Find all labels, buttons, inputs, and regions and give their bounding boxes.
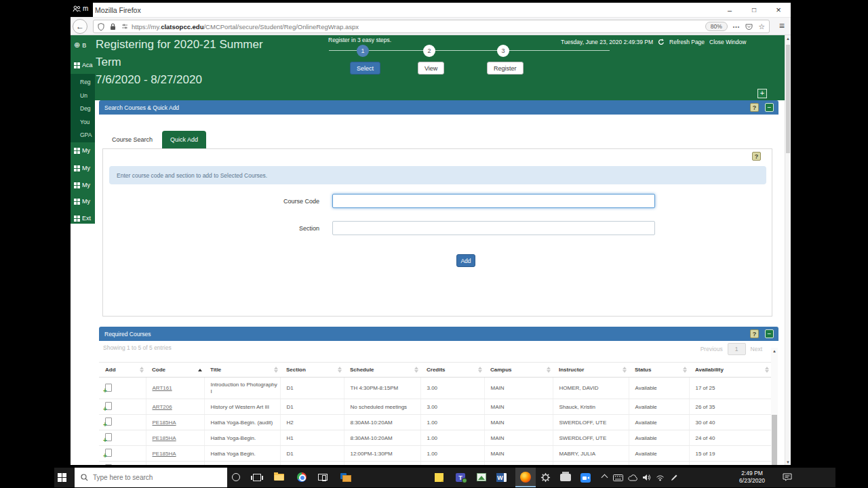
step-3-circle[interactable]: 3 [497,45,509,57]
outlook-icon[interactable] [340,473,351,482]
section-field[interactable] [332,221,655,235]
sidebar-item-ext[interactable]: Ext [74,215,91,222]
volume-icon[interactable] [642,474,651,481]
url-text[interactable]: https://my.clatsopcc.edu/CMCPortal/secur… [132,23,359,30]
menu-icon[interactable] [779,20,785,31]
sidebar-item-academics[interactable]: Aca [74,62,93,68]
taskbar-clock[interactable]: 2:49 PM 6/23/2020 [732,470,772,485]
step-2-circle[interactable]: 2 [423,45,435,57]
photo-app-icon[interactable] [477,473,486,481]
column-header-status[interactable]: Status [629,363,689,378]
collapse-icon[interactable] [765,329,774,338]
scroll-up-icon[interactable] [771,348,778,354]
help-icon[interactable] [750,103,759,112]
column-header-add[interactable]: Add [99,363,146,378]
step-view-button[interactable]: View [418,62,444,75]
search-input[interactable] [93,474,208,481]
help-icon[interactable] [750,329,759,338]
fax-app-icon[interactable] [560,474,571,481]
page-scrollbar-thumb[interactable] [786,45,790,153]
add-course-icon[interactable] [105,402,112,410]
action-center-icon[interactable] [783,473,792,481]
sidebar-item-my-1[interactable]: My [74,147,90,154]
start-button[interactable] [58,473,66,482]
sidebar-item-my-2[interactable]: My [74,165,90,171]
column-header-credits[interactable]: Credits [420,363,484,378]
sidebar-item-top[interactable]: B [74,41,86,49]
refresh-page-link[interactable]: Refresh Page [669,39,705,45]
column-header-instructor[interactable]: Instructor [553,363,629,378]
add-course-icon[interactable] [105,418,112,426]
zoom-level-badge[interactable]: 80% [705,22,728,31]
settings-gear-icon[interactable] [540,472,551,483]
sidebar-subitem-your[interactable]: You [80,119,90,125]
wifi-icon[interactable] [656,474,665,481]
table-scrollbar[interactable] [771,348,778,465]
zoom-app-icon[interactable] [580,473,591,483]
lock-icon[interactable] [110,23,116,30]
sidebar-subitem-gpa[interactable]: GPA [80,131,92,138]
maximize-button[interactable] [742,3,766,17]
close-window-link[interactable]: Close Window [709,39,746,45]
add-course-icon[interactable] [105,384,112,392]
cortana-icon[interactable] [232,473,240,481]
word-icon[interactable] [496,473,507,482]
column-header-section[interactable]: Section [280,363,344,378]
step-1-circle[interactable]: 1 [357,45,369,57]
url-bar[interactable]: https://my.clatsopcc.edu/CMCPortal/secur… [93,20,770,33]
teams-icon[interactable]: T [456,473,465,482]
tab-quick-add[interactable]: Quick Add [162,131,206,148]
shield-icon[interactable] [98,23,104,30]
help-icon[interactable] [752,152,761,161]
add-button[interactable]: Add [456,254,475,267]
column-header-code[interactable]: Code [146,363,204,378]
column-header-campus[interactable]: Campus [484,363,553,378]
column-header-schedule[interactable]: Schedule [344,363,420,378]
course-code-link[interactable]: ART161 [153,385,172,391]
table-scrollbar-thumb[interactable] [772,415,777,465]
tray-expand-icon[interactable] [602,475,607,480]
expand-icon[interactable] [757,89,767,98]
add-course-icon[interactable] [105,449,112,457]
pagination-next[interactable]: Next [751,346,762,352]
add-course-icon[interactable] [105,433,112,441]
file-explorer-icon[interactable] [274,474,284,481]
touch-keyboard-icon[interactable] [613,474,623,481]
step-select-button[interactable]: Select [350,62,380,75]
permissions-icon[interactable] [121,23,128,30]
your-phone-icon[interactable] [318,474,328,481]
sidebar-subitem-unofficial[interactable]: Un [80,92,87,99]
pagination-page-1[interactable]: 1 [728,343,746,355]
onedrive-cloud-icon[interactable] [628,474,638,481]
firefox-taskbar-tile[interactable] [515,468,536,487]
pocket-icon[interactable] [745,23,753,30]
step-register-button[interactable]: Register [487,62,524,75]
course-code-link[interactable]: PE185HA [153,435,176,441]
course-code-link[interactable]: ART206 [153,404,172,410]
close-button[interactable] [766,3,791,17]
refresh-icon[interactable] [658,39,665,45]
bookmark-star-icon[interactable] [758,22,765,31]
chrome-icon[interactable] [297,472,307,482]
pagination-previous[interactable]: Previous [701,346,723,352]
page-actions-icon[interactable] [733,24,740,29]
add-course-icon[interactable] [105,464,112,465]
sticky-notes-icon[interactable] [435,473,443,482]
taskbar-search[interactable] [75,468,227,487]
minimize-button[interactable] [717,3,742,17]
tab-course-search[interactable]: Course Search [102,131,162,148]
sidebar-item-my-4[interactable]: My [74,198,90,205]
task-view-icon[interactable] [253,474,261,481]
back-button[interactable] [73,19,87,34]
pen-icon[interactable] [671,474,678,481]
sidebar-item-my-3[interactable]: My [74,182,90,188]
sidebar-subitem-registration[interactable]: Reg [80,79,91,85]
collapse-icon[interactable] [765,103,774,112]
column-header-availability[interactable]: Availability [689,363,771,378]
page-scrollbar[interactable] [785,35,791,465]
column-header-title[interactable]: Title [204,363,280,378]
scroll-down-icon[interactable] [785,460,791,464]
course-code-link[interactable]: PE185HA [153,451,176,457]
sidebar-subitem-degree[interactable]: Deg [80,105,91,112]
scroll-up-icon[interactable] [785,35,791,42]
